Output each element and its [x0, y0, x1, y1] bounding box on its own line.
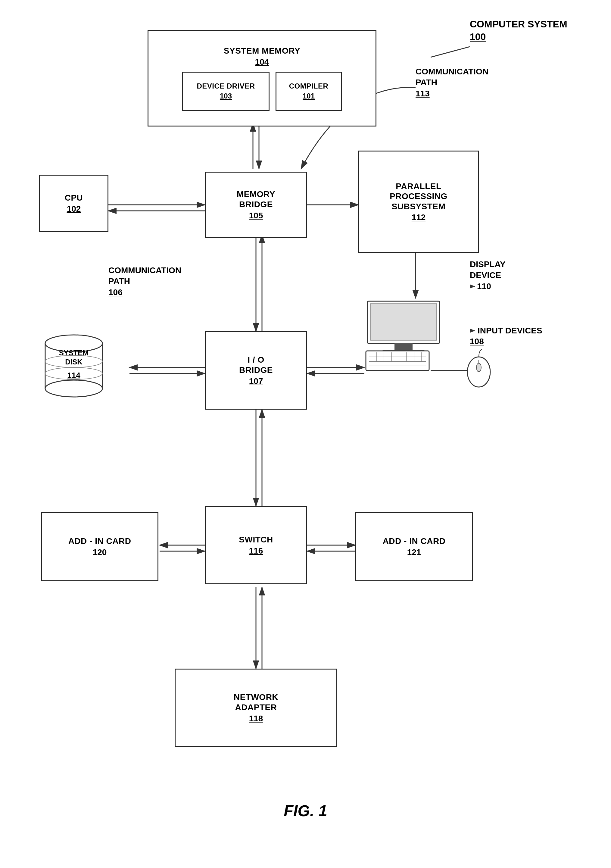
svg-text:114: 114	[67, 371, 81, 380]
monitor-icon	[361, 298, 446, 358]
comm-path-113-label: COMMUNICATIONPATH 113	[416, 66, 488, 99]
computer-system-label: COMPUTER SYSTEM 100	[470, 18, 568, 43]
add-in-card-121-box: ADD - IN CARD 121	[355, 512, 473, 581]
parallel-processing-box: PARALLELPROCESSINGSUBSYSTEM 112	[358, 150, 479, 253]
svg-rect-53	[45, 343, 102, 389]
svg-rect-29	[382, 350, 425, 354]
network-adapter-box: NETWORKADAPTER 118	[175, 669, 337, 747]
svg-line-23	[431, 46, 470, 57]
svg-point-56	[45, 355, 102, 367]
svg-point-52	[476, 363, 481, 372]
svg-marker-25	[470, 284, 475, 288]
diagram: COMPUTER SYSTEM 100 SYSTEM MEMORY 104 DE…	[0, 0, 611, 868]
comm-path-106-label: COMMUNICATIONPATH 106	[109, 265, 181, 298]
display-device-label: DISPLAYDEVICE 110	[470, 259, 506, 292]
system-memory-box: SYSTEM MEMORY 104 DEVICE DRIVER 103 COMP…	[147, 30, 377, 127]
svg-rect-28	[394, 343, 413, 351]
compiler-box: COMPILER 101	[276, 72, 342, 111]
svg-rect-26	[368, 301, 440, 343]
svg-point-57	[45, 367, 102, 380]
svg-rect-32	[366, 351, 429, 370]
svg-point-50	[467, 357, 490, 387]
svg-point-54	[45, 335, 102, 352]
mouse-icon	[464, 348, 494, 390]
svg-rect-27	[371, 304, 437, 340]
svg-point-55	[45, 380, 102, 397]
input-devices-label: INPUT DEVICES 108	[470, 325, 542, 347]
svg-text:SYSTEM: SYSTEM	[59, 349, 89, 357]
switch-box: SWITCH 116	[205, 506, 307, 584]
svg-marker-31	[470, 329, 475, 333]
memory-bridge-box: MEMORYBRIDGE 105	[205, 172, 307, 238]
fig-label: FIG. 1	[0, 802, 611, 820]
io-bridge-box: I / OBRIDGE 107	[205, 331, 307, 409]
cpu-box: CPU 102	[39, 175, 109, 232]
device-driver-box: DEVICE DRIVER 103	[182, 72, 270, 111]
svg-text:DISK: DISK	[65, 358, 82, 366]
keyboard-icon	[364, 349, 431, 374]
system-disk-icon: SYSTEM DISK 114	[39, 325, 109, 407]
add-in-card-120-box: ADD - IN CARD 120	[41, 512, 158, 581]
